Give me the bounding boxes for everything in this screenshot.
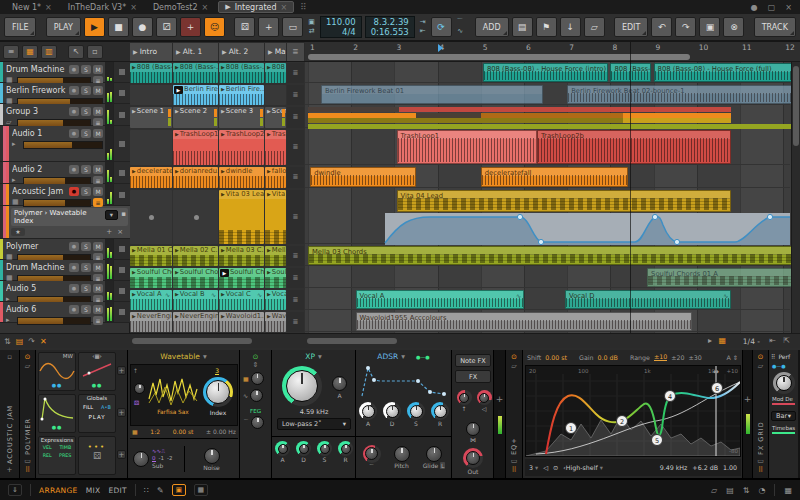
wt-keys-icon[interactable]: ▦ [132, 428, 138, 435]
arranger-clip[interactable]: Vocal A∿ [356, 290, 524, 309]
playhead[interactable] [630, 42, 631, 333]
track-header[interactable]: Group 3●SM▱≡ [0, 104, 130, 126]
group-summary-clip[interactable] [308, 107, 399, 112]
remote-add-icon[interactable]: + [106, 228, 112, 236]
eq-gain-value[interactable]: 0.0 dB [598, 354, 618, 361]
mute-button[interactable]: M [93, 263, 103, 272]
eq-graph[interactable]: 20 100 1k 10k +10 -80 12456⇔ [525, 365, 741, 457]
eq-ab-toggle[interactable]: A ⇕ [726, 354, 738, 361]
tab-close-icon[interactable]: × [130, 3, 137, 12]
tab-close-icon[interactable]: × [45, 3, 52, 12]
wavetable-preset[interactable]: Farfisa Sax [147, 409, 199, 415]
add-modulator-button[interactable]: + [117, 408, 126, 417]
pencil-icon[interactable]: ✎ [157, 486, 164, 495]
polymer-device-strip[interactable]: ⊙ ▱ POLYMER ▭ ⠿ [20, 350, 36, 478]
scene-header[interactable]: ▶Alt. 2 [219, 43, 264, 61]
group-summary-clip[interactable] [623, 118, 731, 123]
import-icon[interactable]: ↓ [560, 17, 581, 37]
adsr-knob[interactable]: A [359, 402, 377, 428]
arranger-clip[interactable]: TrashLoop2b [537, 130, 731, 164]
layout-icon[interactable]: ▣ [308, 19, 315, 26]
add-device-icon[interactable]: + [7, 466, 13, 475]
track-footer-icon[interactable]: ✕ [40, 337, 47, 346]
pitch-knob[interactable] [394, 446, 410, 462]
punch-in-icon[interactable]: ⇥ [420, 19, 426, 26]
eq-band-q[interactable]: 1.00 [723, 464, 737, 471]
launcher-clip[interactable]: ▶Wavoloid1... [219, 312, 264, 332]
noise-knob[interactable] [204, 448, 220, 464]
follow-icon[interactable]: ⇄ [309, 28, 315, 35]
track-header[interactable]: Audio 5●SM▸≡ [0, 281, 130, 302]
launcher-clip[interactable]: ▶Voca [265, 290, 286, 310]
empty-clip-slot[interactable] [130, 85, 172, 105]
eq-range-20[interactable]: ±20 [671, 354, 684, 361]
eq-band-gain[interactable]: +6.2 dB [692, 464, 718, 471]
browser-panel-icon[interactable]: ▱ [711, 486, 717, 495]
dashboard-grid-icon[interactable]: ⠿ [300, 2, 307, 12]
record-arm-button[interactable]: ● [69, 263, 79, 272]
tempo-display[interactable]: 110.004/4 [320, 16, 362, 38]
track-header[interactable]: Berlin Firework Kit●SM▦ [0, 83, 130, 104]
fxgrid-device-strip[interactable]: ⊙ ▱ FX GRID ▭ ⠿ [753, 350, 769, 478]
solo-button[interactable]: S [81, 242, 91, 251]
add-device-button[interactable]: + [744, 394, 752, 404]
mute-button[interactable]: M [93, 187, 103, 196]
index-knob[interactable] [203, 377, 233, 407]
launcher-clip[interactable]: ▶Mella [265, 246, 286, 266]
arranger-hscrollbar[interactable] [307, 338, 397, 344]
snap-setting[interactable]: 1/4 - [743, 337, 760, 346]
track-stop-button[interactable] [113, 239, 130, 259]
launcher-clip[interactable]: ▶Soulful Cho... [173, 268, 218, 288]
solo-button[interactable]: S [81, 165, 91, 174]
launcher-clip[interactable]: ▶Vita 03 Lead [219, 190, 264, 244]
launcher-clip[interactable]: ▶Mella 01 C... [130, 246, 172, 266]
arranger-clip[interactable]: 808 (Bass-08) - House Force (full) [654, 63, 800, 82]
out-knob[interactable] [463, 448, 483, 468]
adsr-knob[interactable]: S [407, 402, 425, 428]
adsr-knob[interactable]: R [431, 402, 449, 428]
eq-shift-value[interactable]: 0.00 st [545, 354, 567, 361]
env-knob[interactable]: S [317, 441, 332, 464]
launcher-clip[interactable]: ▶Mella 03 C... [219, 246, 264, 266]
play-button[interactable]: ▶ [84, 17, 105, 37]
launcher-clip[interactable]: ▶dorianredu... [173, 167, 218, 188]
adsr-curve[interactable] [360, 364, 448, 398]
launcher-clip[interactable]: ▶Scene 1 [130, 107, 172, 128]
arranger-clip[interactable]: Mella 03 Chords [308, 246, 800, 265]
filter-title[interactable]: XP [305, 352, 315, 361]
clip-launcher-toggle[interactable]: ⚄ [234, 17, 255, 37]
shape-knob[interactable] [250, 389, 263, 402]
eq-band-count[interactable]: 3 ▾ [529, 464, 538, 471]
delete-icon[interactable]: ⊗ [723, 17, 744, 37]
clip-stop-button[interactable]: ≣ [287, 107, 304, 128]
launcher-clip[interactable]: ▶Soulf [265, 268, 286, 288]
clip-stop-button[interactable]: ≣ [287, 63, 304, 83]
mixer-panel-toggle[interactable]: ▦ [194, 484, 208, 496]
feg-label[interactable]: FEG [240, 408, 271, 414]
mute-button[interactable]: M [93, 86, 103, 95]
arranger-clip[interactable]: Vita 04 Lead [397, 190, 732, 212]
track-stop-button[interactable] [113, 302, 130, 322]
automation-curve[interactable] [305, 213, 790, 245]
remote-close-icon[interactable]: × [117, 228, 123, 236]
scene-header[interactable]: ▶Alt. 1 [173, 43, 218, 61]
group-summary-clip[interactable] [481, 113, 624, 118]
unison-count[interactable]: 3 [215, 367, 219, 375]
browser-icon[interactable]: ▱ [584, 17, 605, 37]
project-tab[interactable]: New 1*× [6, 1, 58, 13]
launcher-clip[interactable]: ▶808 (Bass-... [173, 63, 218, 83]
launcher-clip[interactable]: ▶Vocal C∿ [219, 290, 264, 310]
solo-button[interactable]: S [81, 187, 91, 196]
add-menu-button[interactable]: ADD [475, 17, 509, 37]
env-knob[interactable]: A [275, 441, 290, 464]
dual-view-icon[interactable]: ∷ [144, 486, 149, 495]
record-arm-button[interactable]: ● [69, 107, 79, 116]
stop-button[interactable]: ■ [108, 17, 129, 37]
sub-knob[interactable] [133, 451, 149, 467]
timeline-ruler[interactable]: 123456789101112 [305, 42, 800, 62]
wt-random-icon[interactable]: ⚄ [134, 399, 139, 406]
device-folder-icon[interactable]: ▱ [25, 362, 30, 371]
clip-stop-button[interactable]: ≣ [287, 268, 304, 288]
pointer-tool[interactable]: ↖ [68, 45, 84, 59]
fxgrid-remote-icon[interactable]: ▭ [757, 457, 764, 466]
